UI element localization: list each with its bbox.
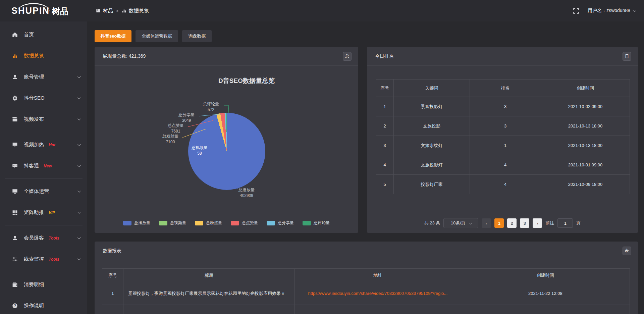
goto-page-input[interactable] — [557, 218, 573, 228]
bar-chart-icon — [122, 8, 126, 13]
table-badge[interactable]: 表 — [623, 247, 631, 255]
report-table: 序号标题地址创建时间 1景观投影灯，夜游景观投影灯厂家展示展示落花灯在花园里的灯… — [102, 268, 630, 314]
sidebar-item-home[interactable]: 首页 — [0, 24, 87, 45]
table-cell — [461, 305, 630, 314]
sidebar-item-consumption[interactable]: 消费明细 — [0, 274, 87, 295]
sidebar-item-matrix-boost[interactable]: 矩阵助推VIP — [0, 202, 87, 223]
sidebar-item-data-overview[interactable]: 数据总览 — [0, 45, 87, 66]
rank-col-header: 关键词 — [393, 80, 470, 97]
pie-label-5: 总评论量572 — [198, 101, 224, 113]
sidebar-item-label: 视频发布 — [24, 116, 44, 122]
page-button-3[interactable]: 3 — [520, 218, 529, 228]
rank-col-header: 序号 — [376, 80, 394, 97]
pie-label-2: 总粉丝量7100 — [158, 134, 183, 145]
prev-page-button[interactable]: ‹ — [482, 218, 491, 228]
table-row: 3文旅水纹灯12021-10-13 18:00 — [376, 136, 630, 155]
legend-item-4[interactable]: 总分享量 — [267, 220, 294, 226]
tab-2[interactable]: 询盘数据 — [182, 30, 212, 42]
report-col-header: 标题 — [123, 269, 294, 282]
app-logo[interactable]: SHUPIN 树品 — [0, 6, 87, 15]
table-cell: 2021-10-02 09:00 — [541, 97, 630, 116]
report-panel: 数据报表 表 序号标题地址创建时间 1景观投影灯，夜游景观投影灯厂家展示展示落花… — [95, 242, 638, 314]
legend-swatch — [159, 221, 167, 225]
chevron-down-icon — [77, 75, 81, 78]
next-page-button[interactable]: › — [533, 218, 542, 228]
table-row: 2文旅投影32021-10-13 18:00 — [376, 116, 630, 136]
pagination: 共 23 条10条/页‹123›前往页 — [367, 218, 638, 228]
page-button-1[interactable]: 1 — [494, 218, 504, 228]
wallet-icon — [12, 282, 18, 287]
legend-item-2[interactable]: 总粉丝量 — [195, 220, 222, 226]
table-row: 4文旅投影灯42021-10-01 09:00 — [376, 155, 630, 175]
tab-1[interactable]: 全媒体运营数据 — [136, 30, 178, 42]
sidebar-item-label: 消费明细 — [24, 281, 44, 288]
sidebar-item-clue-monitor[interactable]: 线索监控Tools — [0, 249, 87, 270]
table-cell: 2 — [376, 116, 394, 136]
sidebar-badge-vip: VIP — [49, 210, 55, 215]
breadcrumb-label: 树品 — [103, 8, 113, 14]
chat-icon — [12, 163, 18, 169]
logo-arc — [17, 3, 50, 12]
sidebar-item-video-heat[interactable]: 视频加热Hot — [0, 134, 87, 155]
main-content: 抖音seo数据全媒体运营数据询盘数据 展现量总数: 421,369 总 D音SE… — [87, 21, 644, 314]
table-cell: 2021-10-13 18:00 — [541, 116, 630, 136]
breadcrumb-item[interactable]: 数据总览 — [122, 8, 149, 14]
user-icon — [12, 74, 18, 80]
day-badge[interactable]: 日 — [623, 52, 631, 61]
sidebar-item-label: 操作说明 — [24, 303, 44, 309]
overview-panel-title: 展现量总数: 421,369 — [103, 53, 146, 59]
sidebar-item-account[interactable]: 账号管理 — [0, 66, 87, 88]
chart-legend: 总播放量总视频量总粉丝量总点赞量总分享量总评论量 — [95, 220, 358, 226]
sidebar-item-member-baoke[interactable]: 会员爆客Tools — [0, 227, 87, 249]
legend-label: 总评论量 — [314, 220, 330, 226]
breadcrumb-item[interactable]: 树品 — [96, 8, 113, 14]
table-cell: 文旅水纹灯 — [393, 136, 470, 155]
sidebar-divider — [5, 178, 83, 179]
sidebar-item-media-ops[interactable]: 全媒体运营 — [0, 181, 87, 202]
table-cell: 5 — [376, 175, 394, 194]
chevron-down-icon — [77, 143, 81, 146]
sidebar-item-label: 首页 — [24, 32, 34, 38]
pie-label-3: 总点赞量7681 — [163, 123, 189, 134]
table-cell: 1 — [102, 282, 123, 305]
sidebar-item-video-publish[interactable]: 视频发布 — [0, 109, 87, 130]
video-link[interactable]: https://www.iesdouyin.com/share/video/70… — [308, 291, 448, 296]
table-cell: 4 — [470, 175, 541, 194]
panel-icon — [96, 8, 101, 13]
fullscreen-icon[interactable] — [573, 8, 579, 14]
username-label: 用户名：zswodun88 — [588, 8, 630, 14]
legend-swatch — [267, 221, 275, 225]
legend-item-1[interactable]: 总视频量 — [159, 220, 186, 226]
legend-item-0[interactable]: 总播放量 — [123, 220, 150, 226]
rank-col-header: 排名 — [470, 80, 541, 97]
sidebar-item-instructions[interactable]: ?操作说明 — [0, 295, 87, 314]
monitor-icon — [12, 189, 18, 194]
legend-swatch — [231, 221, 239, 225]
page-size-select[interactable]: 10条/页 — [443, 218, 478, 228]
ranking-table: 序号关键词排名创建时间 1景观投影灯32021-10-02 09:002文旅投影… — [376, 79, 630, 194]
table-cell: 4 — [470, 155, 541, 175]
breadcrumb: 树品>数据总览 — [96, 8, 149, 14]
chevron-down-icon — [77, 210, 81, 214]
chevron-down-icon — [77, 117, 81, 120]
sidebar-item-douketong[interactable]: 抖客通New — [0, 155, 87, 176]
sidebar-item-label: 抖音SEO — [24, 95, 45, 101]
table-cell: 景观投影灯 — [393, 97, 470, 116]
sidebar-divider — [5, 225, 83, 225]
page-button-2[interactable]: 2 — [507, 218, 517, 228]
sidebar-item-label: 账号管理 — [24, 74, 44, 80]
user-menu[interactable]: 用户名：zswodun88 — [588, 8, 635, 14]
sidebar-item-douyin-seo[interactable]: 抖音SEO — [0, 88, 87, 109]
table-cell: 文旅投影灯 — [393, 155, 470, 175]
sidebar-item-label: 线索监控 — [24, 256, 44, 262]
pie-label-0: 总播放量402909 — [234, 187, 259, 199]
rank-col-header: 创建时间 — [541, 80, 630, 97]
total-badge[interactable]: 总 — [343, 52, 352, 61]
legend-item-5[interactable]: 总评论量 — [303, 220, 330, 226]
table-cell: 3 — [470, 97, 541, 116]
legend-item-3[interactable]: 总点赞量 — [231, 220, 258, 226]
report-col-header: 序号 — [102, 269, 123, 282]
legend-label: 总粉丝量 — [206, 220, 222, 226]
tab-0[interactable]: 抖音seo数据 — [95, 30, 131, 42]
pie-label-1: 总视频量58 — [187, 145, 212, 156]
